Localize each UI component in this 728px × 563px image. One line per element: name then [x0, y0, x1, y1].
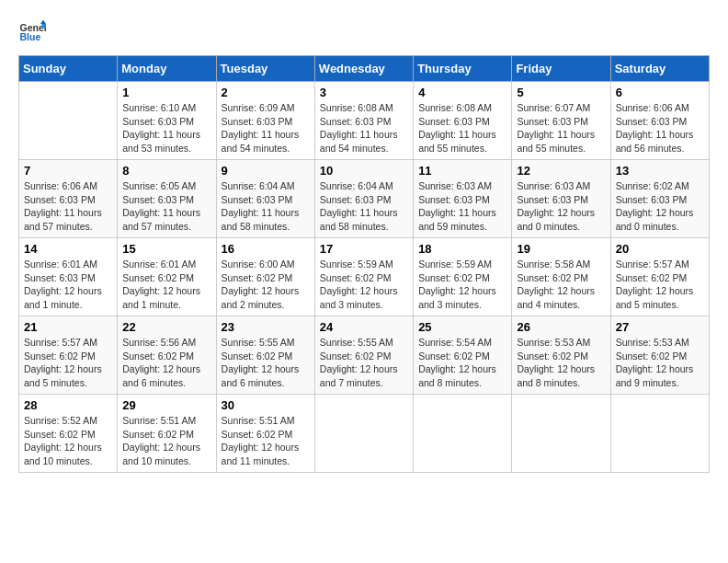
day-number: 23 [222, 320, 310, 334]
column-header-thursday: Thursday [414, 56, 512, 82]
calendar-week-3: 14Sunrise: 6:01 AMSunset: 6:03 PMDayligh… [19, 238, 710, 316]
svg-marker-3 [42, 24, 47, 29]
day-info: Sunrise: 5:53 AMSunset: 6:02 PMDaylight:… [616, 336, 704, 390]
day-number: 28 [24, 398, 112, 412]
day-number: 3 [320, 86, 408, 99]
calendar-cell: 2Sunrise: 6:09 AMSunset: 6:03 PMDaylight… [216, 82, 314, 160]
day-number: 8 [122, 164, 210, 178]
day-number: 6 [616, 86, 704, 99]
logo-icon: General Blue [18, 18, 46, 46]
svg-text:Blue: Blue [20, 31, 41, 42]
day-info: Sunrise: 5:57 AMSunset: 6:02 PMDaylight:… [24, 336, 112, 390]
calendar-cell: 27Sunrise: 5:53 AMSunset: 6:02 PMDayligh… [610, 316, 709, 395]
day-number: 30 [222, 398, 310, 412]
calendar-cell: 14Sunrise: 6:01 AMSunset: 6:03 PMDayligh… [19, 238, 118, 316]
day-number: 5 [517, 86, 605, 99]
day-number: 14 [24, 242, 112, 256]
calendar-week-1: 1Sunrise: 6:10 AMSunset: 6:03 PMDaylight… [19, 82, 710, 160]
day-info: Sunrise: 6:03 AMSunset: 6:03 PMDaylight:… [517, 179, 605, 234]
day-info: Sunrise: 5:52 AMSunset: 6:02 PMDaylight:… [24, 414, 112, 468]
day-number: 10 [320, 164, 408, 178]
day-info: Sunrise: 6:04 AMSunset: 6:03 PMDaylight:… [320, 179, 408, 234]
day-info: Sunrise: 5:58 AMSunset: 6:02 PMDaylight:… [517, 258, 605, 312]
calendar-cell: 11Sunrise: 6:03 AMSunset: 6:03 PMDayligh… [414, 160, 512, 238]
calendar-cell: 30Sunrise: 5:51 AMSunset: 6:02 PMDayligh… [216, 395, 314, 473]
calendar-cell: 17Sunrise: 5:59 AMSunset: 6:02 PMDayligh… [314, 238, 413, 316]
calendar-cell: 21Sunrise: 5:57 AMSunset: 6:02 PMDayligh… [19, 316, 118, 395]
day-info: Sunrise: 6:06 AMSunset: 6:03 PMDaylight:… [24, 179, 112, 234]
calendar-cell: 4Sunrise: 6:08 AMSunset: 6:03 PMDaylight… [414, 82, 512, 160]
calendar-cell: 9Sunrise: 6:04 AMSunset: 6:03 PMDaylight… [216, 160, 314, 238]
calendar-cell: 28Sunrise: 5:52 AMSunset: 6:02 PMDayligh… [19, 395, 118, 473]
column-header-sunday: Sunday [19, 56, 118, 82]
calendar-cell [512, 395, 610, 473]
calendar-cell: 23Sunrise: 5:55 AMSunset: 6:02 PMDayligh… [216, 316, 314, 395]
day-info: Sunrise: 6:00 AMSunset: 6:02 PMDaylight:… [222, 258, 310, 312]
day-info: Sunrise: 5:56 AMSunset: 6:02 PMDaylight:… [122, 336, 210, 390]
day-info: Sunrise: 6:08 AMSunset: 6:03 PMDaylight:… [418, 101, 506, 155]
calendar-cell: 13Sunrise: 6:02 AMSunset: 6:03 PMDayligh… [610, 160, 709, 238]
day-info: Sunrise: 5:59 AMSunset: 6:02 PMDaylight:… [418, 258, 506, 312]
calendar-cell: 25Sunrise: 5:54 AMSunset: 6:02 PMDayligh… [414, 316, 512, 395]
day-number: 26 [517, 320, 605, 334]
day-info: Sunrise: 5:59 AMSunset: 6:02 PMDaylight:… [320, 258, 408, 312]
column-header-monday: Monday [118, 56, 216, 82]
calendar-cell [414, 395, 512, 473]
day-number: 2 [222, 86, 310, 99]
column-header-saturday: Saturday [610, 56, 709, 82]
day-info: Sunrise: 6:04 AMSunset: 6:03 PMDaylight:… [222, 179, 310, 234]
day-info: Sunrise: 5:55 AMSunset: 6:02 PMDaylight:… [320, 336, 408, 390]
page-header: General Blue [18, 18, 710, 46]
day-info: Sunrise: 6:03 AMSunset: 6:03 PMDaylight:… [418, 179, 506, 234]
day-info: Sunrise: 6:09 AMSunset: 6:03 PMDaylight:… [222, 101, 310, 155]
day-number: 25 [418, 320, 506, 334]
day-number: 16 [222, 242, 310, 256]
calendar-cell: 7Sunrise: 6:06 AMSunset: 6:03 PMDaylight… [19, 160, 118, 238]
calendar-cell [19, 82, 118, 160]
calendar-cell [610, 395, 709, 473]
calendar-cell [314, 395, 413, 473]
column-header-tuesday: Tuesday [216, 56, 314, 82]
calendar-cell: 19Sunrise: 5:58 AMSunset: 6:02 PMDayligh… [512, 238, 610, 316]
calendar-cell: 26Sunrise: 5:53 AMSunset: 6:02 PMDayligh… [512, 316, 610, 395]
day-number: 19 [517, 242, 605, 256]
calendar-table: SundayMondayTuesdayWednesdayThursdayFrid… [18, 55, 710, 473]
day-number: 27 [616, 320, 704, 334]
column-header-wednesday: Wednesday [314, 56, 413, 82]
day-info: Sunrise: 5:51 AMSunset: 6:02 PMDaylight:… [122, 414, 210, 468]
calendar-body: 1Sunrise: 6:10 AMSunset: 6:03 PMDaylight… [19, 82, 710, 473]
day-info: Sunrise: 5:53 AMSunset: 6:02 PMDaylight:… [517, 336, 605, 390]
day-number: 7 [24, 164, 112, 178]
calendar-cell: 16Sunrise: 6:00 AMSunset: 6:02 PMDayligh… [216, 238, 314, 316]
day-number: 18 [418, 242, 506, 256]
calendar-cell: 22Sunrise: 5:56 AMSunset: 6:02 PMDayligh… [118, 316, 216, 395]
day-number: 12 [517, 164, 605, 178]
day-number: 20 [616, 242, 704, 256]
calendar-cell: 1Sunrise: 6:10 AMSunset: 6:03 PMDaylight… [118, 82, 216, 160]
day-info: Sunrise: 5:57 AMSunset: 6:02 PMDaylight:… [616, 258, 704, 312]
column-header-friday: Friday [512, 56, 610, 82]
day-number: 1 [122, 86, 210, 99]
calendar-week-4: 21Sunrise: 5:57 AMSunset: 6:02 PMDayligh… [19, 316, 710, 395]
calendar-cell: 8Sunrise: 6:05 AMSunset: 6:03 PMDaylight… [118, 160, 216, 238]
day-info: Sunrise: 6:10 AMSunset: 6:03 PMDaylight:… [122, 101, 210, 155]
day-number: 21 [24, 320, 112, 334]
day-number: 13 [616, 164, 704, 178]
calendar-week-5: 28Sunrise: 5:52 AMSunset: 6:02 PMDayligh… [19, 395, 710, 473]
calendar-cell: 20Sunrise: 5:57 AMSunset: 6:02 PMDayligh… [610, 238, 709, 316]
day-info: Sunrise: 6:02 AMSunset: 6:03 PMDaylight:… [616, 179, 704, 234]
day-number: 11 [418, 164, 506, 178]
day-number: 4 [418, 86, 506, 99]
day-info: Sunrise: 6:01 AMSunset: 6:03 PMDaylight:… [24, 258, 112, 312]
calendar-cell: 18Sunrise: 5:59 AMSunset: 6:02 PMDayligh… [414, 238, 512, 316]
day-number: 15 [122, 242, 210, 256]
day-number: 22 [122, 320, 210, 334]
logo: General Blue [18, 18, 46, 46]
calendar-cell: 12Sunrise: 6:03 AMSunset: 6:03 PMDayligh… [512, 160, 610, 238]
day-info: Sunrise: 6:08 AMSunset: 6:03 PMDaylight:… [320, 101, 408, 155]
day-info: Sunrise: 6:05 AMSunset: 6:03 PMDaylight:… [122, 179, 210, 234]
day-info: Sunrise: 6:01 AMSunset: 6:02 PMDaylight:… [122, 258, 210, 312]
day-info: Sunrise: 5:51 AMSunset: 6:02 PMDaylight:… [222, 414, 310, 468]
day-number: 29 [122, 398, 210, 412]
day-info: Sunrise: 6:07 AMSunset: 6:03 PMDaylight:… [517, 101, 605, 155]
